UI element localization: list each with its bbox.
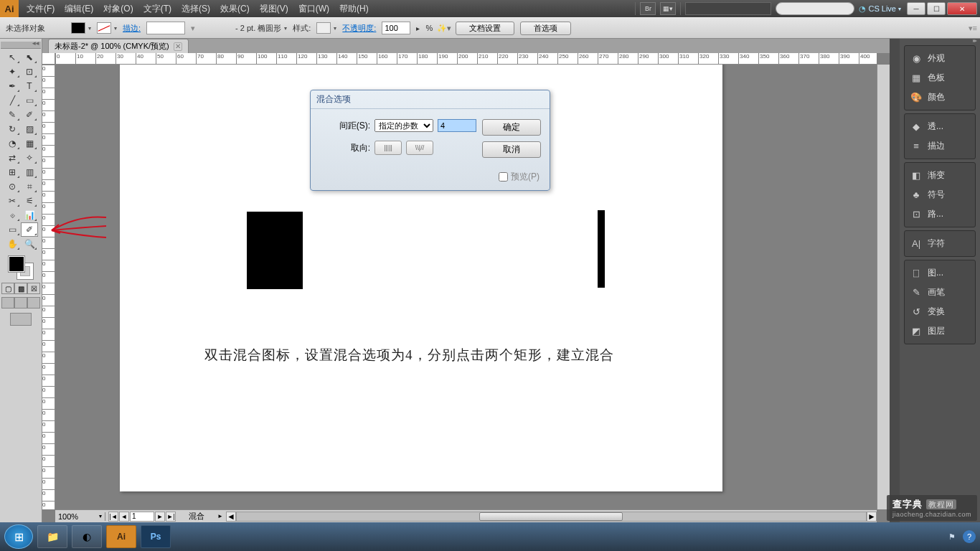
first-page[interactable]: |◄ [108,512,118,522]
panel-颜色[interactable]: 🎨颜色 [905,88,975,107]
menu-effect[interactable]: 效果(C) [215,3,255,15]
start-button[interactable]: ⊞ [4,524,33,549]
minimize-button[interactable]: ─ [907,2,925,15]
colormode-0[interactable]: ▢ [1,283,14,294]
tool-17[interactable]: ▥ [21,165,38,179]
prev-page[interactable]: ◄ [119,512,129,522]
tool-1[interactable]: ⬉ [21,50,38,65]
tool-0[interactable]: ↖ [4,50,21,65]
tool-14[interactable]: ⇄ [4,151,21,165]
spacing-value-input[interactable] [438,119,476,132]
tool-6[interactable]: ╱ [4,93,21,108]
page-input[interactable] [130,512,154,522]
panel-路...[interactable]: ⊡路... [905,204,975,224]
panel-透...[interactable]: ◆透... [905,117,975,136]
taskbar-app2[interactable]: ◐ [72,525,102,548]
tool-5[interactable]: T [21,79,38,93]
opacity-input[interactable] [382,22,410,34]
menu-view[interactable]: 视图(V) [255,3,293,15]
menu-window[interactable]: 窗口(W) [293,3,334,15]
tool-16[interactable]: ⊞ [4,165,21,179]
horizontal-ruler[interactable]: 0102030405060708090100110120130140150160… [55,53,877,65]
taskbar-photoshop[interactable]: Ps [141,525,171,548]
optbar-menu-icon[interactable]: ▾≡ [969,24,977,33]
menu-select[interactable]: 选择(S) [176,3,215,15]
vertical-scrollbar[interactable] [877,65,890,509]
panel-符号[interactable]: ♣符号 [905,185,975,204]
cancel-button[interactable]: 取消 [482,141,541,158]
rectangle-left[interactable] [247,212,303,289]
panel-字符[interactable]: A|字符 [905,234,975,253]
panel-外观[interactable]: ◉外观 [905,49,975,68]
screen-mode-2[interactable] [14,297,27,309]
next-page[interactable]: ► [155,512,165,522]
tray-help-icon[interactable]: ? [963,530,976,543]
layout-button[interactable]: ▦▾ [660,2,676,15]
cslive-button[interactable]: CS Live ▾ [859,4,901,14]
fill-stroke-control[interactable] [6,254,35,281]
ruler-origin[interactable] [42,53,55,65]
stroke-link[interactable]: 描边: [123,23,141,34]
menu-object[interactable]: 对象(O) [98,3,138,15]
tool-19[interactable]: ⌗ [21,179,38,194]
panel-描边[interactable]: ≡描边 [905,136,975,156]
taskbar-explorer[interactable]: 📁 [37,525,67,548]
fill-swatch[interactable] [71,22,85,34]
orient-align-path[interactable]: \\|// [406,141,433,155]
bridge-button[interactable]: Br [640,2,656,15]
vertical-ruler[interactable]: 0000000000000000000000000000000000000000 [42,65,55,509]
tool-22[interactable]: ⟐ [4,208,21,222]
stroke-weight-input[interactable] [146,22,185,34]
prefs-button[interactable]: 首选项 [520,22,571,35]
tool-18[interactable]: ⊙ [4,179,21,194]
tool-27[interactable]: 🔍 [21,237,38,251]
preview-checkbox[interactable] [499,172,508,182]
tool-7[interactable]: ▭ [21,93,38,108]
last-page[interactable]: ►| [166,512,176,522]
stroke-swatch[interactable] [97,22,111,34]
maximize-button[interactable]: ☐ [927,2,946,15]
tool-3[interactable]: ⊡ [21,65,38,79]
tool-15[interactable]: ✧ [21,151,38,165]
menu-edit[interactable]: 编辑(E) [60,3,98,15]
tool-8[interactable]: ✎ [4,108,21,122]
tool-4[interactable]: ✒ [4,79,21,93]
tool-24[interactable]: ▭ [4,222,21,237]
wand-icon[interactable]: ✨▾ [438,22,450,34]
panel-图层[interactable]: ◩图层 [905,321,975,341]
search-input[interactable] [776,2,854,15]
tab-close-icon[interactable]: ✕ [174,42,182,51]
panel-变换[interactable]: ↺变换 [905,302,975,321]
scroll-right[interactable]: ► [867,512,877,522]
doc-setup-button[interactable]: 文档设置 [456,22,514,35]
style-swatch[interactable] [316,22,331,34]
tray-flag-icon[interactable]: ⚑ [946,530,958,543]
canvas[interactable]: 双击混合图标，设置混合选项为4，分别点击两个矩形，建立混合 混合选项 间距(S)… [55,65,877,509]
opacity-link[interactable]: 不透明度: [342,23,376,34]
screen-mode-1[interactable] [1,297,14,309]
menu-type[interactable]: 文字(T) [138,3,176,15]
panel-渐变[interactable]: ◧渐变 [905,166,975,185]
scroll-left[interactable]: ◄ [226,512,236,522]
rectangle-right[interactable] [598,210,605,288]
tool-11[interactable]: ▨ [21,122,38,136]
menu-help[interactable]: 帮助(H) [334,3,374,15]
horizontal-scrollbar[interactable] [236,512,867,522]
document-tab[interactable]: 未标题-2* @ 100% (CMYK/预览) ✕ [48,39,189,53]
colormode-1[interactable]: ▩ [14,283,27,294]
orient-align-page[interactable]: ||||| [374,141,402,155]
tool-10[interactable]: ↻ [4,122,21,136]
panel-色板[interactable]: ▦色板 [905,68,975,88]
tool-12[interactable]: ◔ [4,136,21,151]
tool-23[interactable]: 📊 [21,208,38,222]
tool-13[interactable]: ▦ [21,136,38,151]
tool-21[interactable]: ⚟ [21,194,38,208]
tool-20[interactable]: ✂ [4,194,21,208]
tool-26[interactable]: ✋ [4,237,21,251]
panel-画笔[interactable]: ✎画笔 [905,283,975,302]
panel-图...[interactable]: ⎕图... [905,263,975,283]
tool-25[interactable]: ✐ [21,222,38,237]
menu-file[interactable]: 文件(F) [22,3,60,15]
workspace-dropdown[interactable] [685,2,771,15]
zoom-level[interactable]: 100% ▾ [55,512,105,521]
